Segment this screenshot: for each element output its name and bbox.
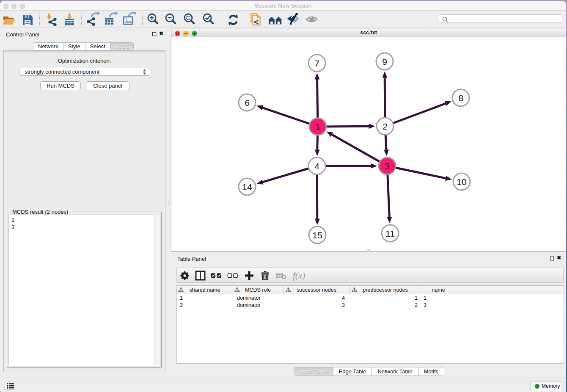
svg-text:8: 8: [458, 93, 463, 103]
svg-text:3: 3: [385, 161, 390, 171]
svg-text:9: 9: [382, 57, 387, 66]
svg-text:6: 6: [245, 98, 250, 108]
svg-text:7: 7: [314, 58, 319, 68]
svg-text:f(x): f(x): [293, 271, 305, 281]
svg-text:14: 14: [242, 182, 252, 192]
svg-text:2: 2: [383, 121, 388, 131]
svg-text:1: 1: [315, 122, 320, 132]
svg-text:4: 4: [314, 161, 319, 171]
svg-text:11: 11: [385, 229, 395, 238]
svg-text:15: 15: [312, 230, 322, 240]
svg-text:10: 10: [457, 177, 466, 187]
